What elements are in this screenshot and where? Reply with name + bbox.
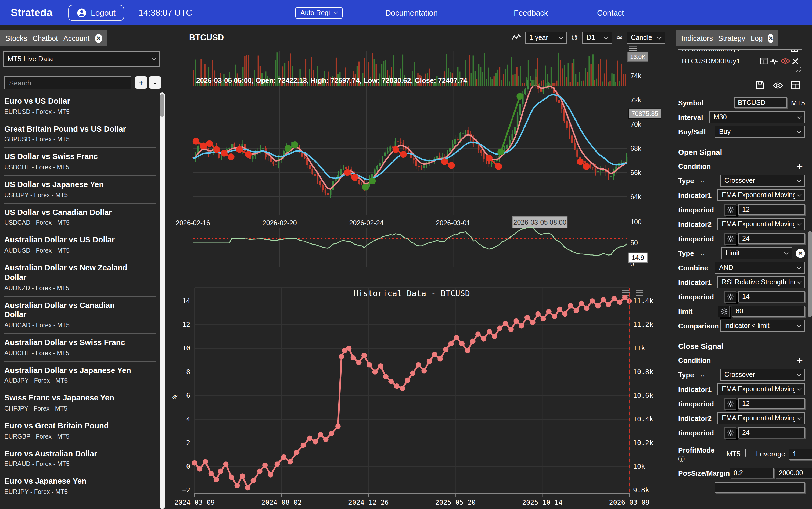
tab-log[interactable]: Log bbox=[751, 34, 763, 42]
condition-label: Condition bbox=[678, 356, 711, 364]
grid-icon[interactable] bbox=[790, 49, 799, 53]
tab-indicators[interactable]: Indicators bbox=[681, 34, 713, 42]
instrument-list-item[interactable]: Australian Dollar vs Canadian DollarAUDC… bbox=[4, 297, 156, 334]
add-condition-icon[interactable]: + bbox=[796, 161, 803, 172]
instrument-subtitle: AUDCAD - Forex - MT5 bbox=[4, 322, 156, 329]
nav-link-documentation[interactable]: Documentation bbox=[385, 8, 438, 17]
open-signal-heading: Open Signal bbox=[678, 148, 805, 158]
logout-label: Logout bbox=[91, 8, 115, 17]
type-label: Type bbox=[678, 176, 694, 184]
tab-account[interactable]: Account bbox=[63, 34, 90, 42]
eye-icon[interactable] bbox=[773, 81, 783, 89]
data-source-select[interactable]: MT5 Live Data bbox=[3, 51, 160, 67]
type-limit-row: Type →← Limit ✕ bbox=[678, 247, 805, 259]
instrument-title: Euro vs Great Britain Pound bbox=[4, 421, 139, 431]
gear-icon[interactable] bbox=[725, 398, 736, 409]
save-icon[interactable] bbox=[755, 80, 765, 90]
instrument-list-item[interactable]: US Dollar vs Canadian DollarUSDCAD - For… bbox=[4, 204, 156, 231]
tab-strategy[interactable]: Strategy bbox=[718, 34, 745, 42]
interval-select[interactable]: M30 bbox=[709, 111, 805, 123]
instrument-list-item[interactable]: Euro vs Japanese YenEURJPY - Forex - MT5 bbox=[4, 473, 156, 500]
indicator1-label: Indicator1 bbox=[678, 385, 711, 393]
instrument-title: Australian Dollar vs Canadian Dollar bbox=[4, 301, 139, 320]
instrument-list-item[interactable]: Australian Dollar vs Japanese YenAUDJPY … bbox=[4, 362, 156, 389]
search-input[interactable] bbox=[4, 76, 131, 89]
visibility-icon[interactable] bbox=[781, 58, 790, 65]
clipped-input[interactable] bbox=[715, 482, 805, 493]
add-condition-icon[interactable]: + bbox=[796, 354, 803, 366]
crossover-arrows-icon: →← bbox=[697, 177, 707, 184]
instrument-list-item[interactable]: Euro vs Great Britain PoundEURGBP - Fore… bbox=[4, 417, 156, 445]
instrument-list-item[interactable]: Euro vs Australian DollarEURAUD - Forex … bbox=[4, 445, 156, 472]
panel-tabs-close-icon[interactable]: ✕ bbox=[768, 34, 773, 43]
open-rsi-select[interactable]: RSI Relative Strength Index bbox=[717, 276, 805, 288]
close-timeperiod1-input[interactable] bbox=[738, 398, 805, 409]
instrument-list-item[interactable]: Great Britain Pound vs US DollarGBPUSD -… bbox=[4, 120, 156, 148]
sidebar-tabs-close-icon[interactable]: ✕ bbox=[95, 34, 102, 43]
strategy-list[interactable]: BTCUSDM30Buy1 BTCUSDM30Buy1 bbox=[678, 49, 802, 73]
info-icon[interactable]: ⓘ bbox=[678, 456, 715, 462]
nav-link-feedback[interactable]: Feedback bbox=[514, 8, 548, 17]
margin-input[interactable] bbox=[775, 468, 812, 478]
close-timeperiod2-input[interactable] bbox=[738, 427, 805, 438]
svg-text:11k: 11k bbox=[633, 344, 645, 352]
instrument-list-item[interactable]: Australian Dollar vs New Zealand DollarA… bbox=[4, 259, 156, 297]
open-timeperiod2-input[interactable] bbox=[738, 233, 805, 244]
resize-grip[interactable] bbox=[797, 67, 801, 72]
close-indicator2-select[interactable]: EMA Exponential Moving Avera bbox=[717, 412, 805, 424]
gear-icon[interactable] bbox=[725, 204, 736, 215]
brand-logo: Strateda bbox=[11, 7, 52, 19]
instrument-list-item[interactable]: Euro vs US DollarEURUSD - Forex - MT5 bbox=[4, 93, 156, 120]
open-timeperiod1-input[interactable] bbox=[738, 204, 805, 215]
gear-icon[interactable] bbox=[725, 233, 736, 244]
gear-icon[interactable] bbox=[725, 291, 736, 302]
tab-stocks[interactable]: Stocks bbox=[5, 34, 27, 42]
open-indicator2-select[interactable]: EMA Exponential Moving Avera bbox=[717, 218, 805, 230]
instrument-list-item[interactable]: Australian Dollar vs US DollarAUDUSD - F… bbox=[4, 231, 156, 259]
remove-button[interactable]: - bbox=[149, 76, 161, 89]
type-label: Type bbox=[678, 249, 694, 257]
sidebar-scrollbar[interactable] bbox=[160, 93, 165, 509]
add-button[interactable]: + bbox=[135, 76, 147, 89]
comparison-label: Comparison bbox=[678, 322, 719, 330]
remove-condition-icon[interactable]: ✕ bbox=[796, 248, 805, 258]
open-type2-select[interactable]: Limit bbox=[721, 247, 792, 259]
leverage-input[interactable] bbox=[789, 449, 812, 460]
close-type-select[interactable]: Crossover bbox=[720, 369, 805, 380]
close-indicator1-select[interactable]: EMA Exponential Moving Avera bbox=[717, 383, 805, 395]
nav-link-contact[interactable]: Contact bbox=[597, 8, 624, 17]
instrument-list-item[interactable]: US Dollar vs Swiss FrancUSDCHF - Forex -… bbox=[4, 148, 156, 176]
indicator1-row: Indicator1 EMA Exponential Moving Avera bbox=[678, 189, 805, 201]
historical-chart[interactable]: Historical Data - BTCUSD14121086420−211.… bbox=[167, 286, 676, 509]
strategy-list-item[interactable]: BTCUSDM30Buy1 bbox=[682, 57, 799, 65]
mt5-checkbox[interactable] bbox=[745, 449, 746, 457]
sidebar-tabbar: Stocks Chatbot Account ✕ bbox=[0, 30, 107, 46]
price-chart[interactable]: 13.0K2026-03-05 05:00, Open: 72422.13, H… bbox=[167, 25, 676, 274]
svg-text:2026-02-20: 2026-02-20 bbox=[262, 219, 297, 227]
limit-input[interactable] bbox=[732, 306, 805, 316]
open-indicator1-select[interactable]: EMA Exponential Moving Avera bbox=[717, 189, 805, 201]
symbol-input[interactable] bbox=[734, 97, 787, 108]
instrument-list-item[interactable]: US Dollar vs Japanese YenUSDJPY - Forex … bbox=[4, 176, 156, 203]
tab-chatbot[interactable]: Chatbot bbox=[33, 34, 58, 42]
sidebar-scrollbar-thumb[interactable] bbox=[160, 94, 165, 116]
logout-button[interactable]: Logout bbox=[68, 5, 124, 21]
grid-icon[interactable] bbox=[760, 57, 768, 65]
gear-icon[interactable] bbox=[718, 306, 730, 317]
auto-regi-select[interactable]: Auto Regi bbox=[295, 7, 343, 19]
main-chart-area: BTCUSD 1 year ↺ D1 ≃ Candle 13.0K2026-03… bbox=[167, 25, 676, 509]
instrument-list-item[interactable]: Swiss Franc vs Japanese YenCHFJPY - Fore… bbox=[4, 389, 156, 417]
strategy-list-item-clipped[interactable]: BTCUSDM30Buy1 bbox=[682, 49, 799, 53]
grid-icon[interactable] bbox=[791, 80, 800, 90]
possize-input[interactable] bbox=[730, 468, 774, 478]
rsi-timeperiod-input[interactable] bbox=[738, 291, 805, 302]
comparison-select[interactable]: indicator < limit bbox=[720, 320, 805, 332]
combine-select[interactable]: AND bbox=[715, 262, 805, 274]
panel-scrollbar-thumb[interactable] bbox=[808, 231, 812, 317]
instrument-list-item[interactable]: Australian Dollar vs Swiss FrancAUDCHF -… bbox=[4, 334, 156, 362]
buysell-select[interactable]: Buy bbox=[715, 126, 805, 138]
open-type-select[interactable]: Crossover bbox=[720, 175, 805, 186]
gear-icon[interactable] bbox=[725, 427, 736, 438]
close-icon[interactable] bbox=[792, 58, 799, 64]
pulse-icon[interactable] bbox=[770, 57, 779, 65]
